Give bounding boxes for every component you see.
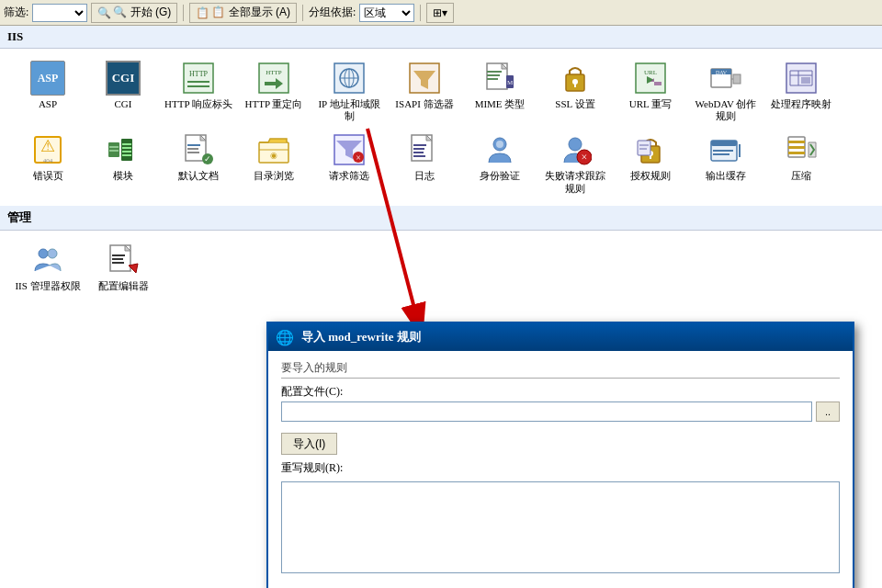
rewrite-rules-textarea[interactable] — [281, 481, 840, 573]
svg-text:M: M — [507, 79, 514, 86]
show-all-button[interactable]: 📋 📋 全部显示 (A) — [189, 3, 297, 23]
svg-text:DAV: DAV — [716, 70, 728, 75]
ip-domain-icon — [333, 62, 366, 95]
http-redirect-icon-item[interactable]: HTTP HTTP 重定向 — [237, 56, 311, 126]
fail-request-label: 失败请求跟踪规则 — [540, 170, 610, 194]
iis-mgr-icon-item[interactable]: IIS 管理器权限 — [11, 238, 85, 296]
svg-text:×: × — [582, 151, 588, 164]
auth-rules-icon — [634, 133, 667, 166]
handler-icon-item[interactable]: 处理程序映射 — [764, 56, 838, 126]
cgi-icon: CGI — [106, 61, 141, 96]
config-editor-label: 配置编辑器 — [98, 280, 149, 292]
output-cache-icon-item[interactable]: 输出缓存 — [689, 128, 763, 198]
svg-rect-37 — [109, 150, 119, 152]
auth-rules-label: 授权规则 — [630, 170, 671, 182]
ip-domain-label: IP 地址和域限制 — [314, 98, 384, 122]
svg-rect-58 — [413, 155, 425, 157]
http-response-icon-item[interactable]: HTTP HTTP 响应标头 — [162, 56, 235, 126]
config-editor-icon-item[interactable]: 配置编辑器 — [86, 238, 160, 296]
auth-label: 身份验证 — [480, 170, 520, 182]
fail-request-icon: × — [559, 133, 592, 166]
webdav-icon-item[interactable]: DAV WebDAV 创作规则 — [689, 56, 763, 126]
config-editor-icon — [107, 243, 140, 277]
request-filter-icon: × — [333, 133, 366, 166]
svg-rect-56 — [413, 148, 424, 150]
svg-text:404: 404 — [43, 157, 53, 164]
mime-icon-box: M — [481, 60, 518, 96]
svg-rect-76 — [788, 141, 805, 143]
import-button[interactable]: 导入(I) — [281, 433, 337, 455]
svg-rect-45 — [187, 152, 199, 153]
import-dialog: 🌐 导入 mod_rewrite 规则 要导入的规则 配置文件(C): .. 导… — [266, 322, 854, 588]
ssl-icon — [559, 62, 592, 95]
svg-rect-43 — [187, 144, 200, 146]
svg-point-61 — [569, 138, 582, 151]
svg-rect-78 — [788, 152, 805, 154]
fail-request-icon-item[interactable]: × 失败请求跟踪规则 — [538, 128, 612, 198]
ssl-label: SSL 设置 — [555, 98, 594, 110]
isapi-filter-label: ISAPI 筛选器 — [395, 98, 453, 110]
config-file-row: .. — [281, 401, 840, 422]
iis-section: IIS ASP ASP CGI CGI — [0, 26, 882, 206]
isapi-filter-icon-item[interactable]: ISAPI 筛选器 — [388, 56, 461, 126]
auth-rules-icon-item[interactable]: 授权规则 — [614, 128, 687, 198]
auth-rules-icon-box — [632, 131, 669, 168]
svg-rect-4 — [259, 63, 288, 93]
error-page-icon: ⚠ 404 — [31, 133, 64, 166]
group-select[interactable]: 区域 — [359, 4, 414, 22]
request-filter-label: 请求筛选 — [329, 170, 369, 182]
cgi-icon-box: CGI — [105, 60, 141, 96]
http-response-icon: HTTP — [182, 62, 215, 95]
logging-icon-box — [406, 131, 443, 168]
module-icon-item[interactable]: 模块 — [86, 128, 160, 198]
mgmt-icon-grid: IIS 管理器权限 配置编辑器 — [0, 231, 882, 303]
mime-icon-item[interactable]: M MIME 类型 — [463, 56, 537, 126]
compress-icon — [785, 133, 818, 166]
compress-icon-box — [783, 131, 820, 168]
dir-browse-icon-item[interactable]: ◉ 目录浏览 — [237, 128, 311, 198]
svg-rect-14 — [487, 74, 500, 76]
url-rewrite-label: URL 重写 — [629, 98, 672, 110]
http-redirect-icon: HTTP — [257, 62, 290, 95]
ip-domain-icon-item[interactable]: IP 地址和域限制 — [312, 56, 386, 126]
output-cache-icon-box — [707, 131, 744, 168]
mgmt-section-header: 管理 — [0, 206, 882, 231]
svg-rect-72 — [739, 144, 741, 157]
show-all-icon: 📋 — [196, 6, 209, 19]
error-page-icon-item[interactable]: ⚠ 404 错误页 — [11, 128, 85, 198]
config-file-input[interactable] — [281, 401, 812, 422]
toolbar: 筛选: 🔍 🔍 开始 (G) 📋 📋 全部显示 (A) 分组依据: 区域 ⊞▾ — [0, 0, 882, 26]
dialog-titlebar: 🌐 导入 mod_rewrite 规则 — [268, 323, 853, 351]
module-label: 模块 — [113, 170, 133, 182]
mgmt-section: 管理 IIS 管理器权限 — [0, 206, 882, 303]
url-rewrite-icon-item[interactable]: URL URL 重写 — [614, 56, 687, 126]
http-response-icon-box: HTTP — [180, 60, 217, 96]
auth-icon-item[interactable]: 身份验证 — [463, 128, 537, 198]
isapi-filter-icon-box — [406, 60, 443, 96]
asp-icon-box: ASP — [29, 60, 66, 96]
default-doc-icon-item[interactable]: ✓ 默认文档 — [162, 128, 235, 198]
svg-text:HTTP: HTTP — [189, 70, 209, 78]
http-redirect-icon-box: HTTP — [255, 60, 292, 96]
ssl-icon-item[interactable]: SSL 设置 — [538, 56, 612, 126]
browse-button[interactable]: .. — [816, 401, 840, 422]
error-page-label: 错误页 — [33, 170, 63, 182]
svg-rect-83 — [112, 258, 123, 260]
svg-rect-66 — [650, 155, 651, 159]
request-filter-icon-item[interactable]: × 请求筛选 — [312, 128, 386, 198]
cgi-icon-item[interactable]: CGI CGI — [86, 56, 160, 126]
svg-rect-57 — [413, 152, 424, 153]
svg-rect-82 — [112, 254, 125, 256]
ssl-icon-box — [557, 60, 594, 96]
start-button[interactable]: 🔍 🔍 开始 (G) — [91, 3, 177, 23]
asp-icon-item[interactable]: ASP ASP — [11, 56, 85, 126]
logging-icon-item[interactable]: 日志 — [388, 128, 461, 198]
separator2 — [302, 5, 303, 21]
iis-mgr-icon-box — [29, 242, 66, 278]
handler-icon — [785, 62, 818, 95]
compress-icon-item[interactable]: 压缩 — [764, 128, 838, 198]
compress-label: 压缩 — [791, 170, 811, 182]
view-button[interactable]: ⊞▾ — [426, 3, 454, 23]
svg-rect-55 — [413, 144, 426, 146]
filter-select[interactable] — [32, 4, 87, 22]
